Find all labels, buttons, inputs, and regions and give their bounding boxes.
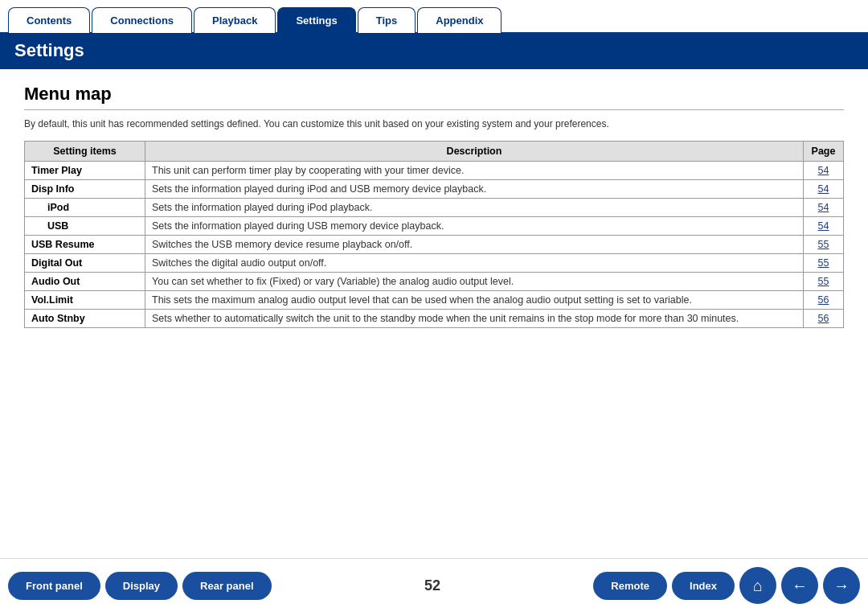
table-row: Timer Play This unit can perform timer p… [25,162,844,180]
main-content: Menu map By default, this unit has recom… [0,69,868,558]
setting-item-usb-resume: USB Resume [25,236,145,254]
col-header-description: Description [145,142,804,162]
rear-panel-button[interactable]: Rear panel [182,572,271,600]
index-button[interactable]: Index [672,572,735,600]
page-digital-out[interactable]: 55 [804,254,844,273]
table-row: Auto Stnby Sets whether to automatically… [25,310,844,328]
page-number: 52 [408,577,457,594]
setting-item-auto-stnby: Auto Stnby [25,310,145,328]
tab-connections[interactable]: Connections [92,7,192,33]
back-button[interactable]: ← [781,567,818,604]
setting-item-vol-limit: Vol.Limit [25,291,145,310]
desc-usb-resume: Switches the USB memory device resume pl… [145,236,804,254]
tab-settings[interactable]: Settings [277,7,355,33]
setting-item-disp-info: Disp Info [25,180,145,199]
tab-appendix[interactable]: Appendix [417,7,502,33]
table-row: Digital Out Switches the digital audio o… [25,254,844,273]
page-vol-limit[interactable]: 56 [804,291,844,310]
page-audio-out[interactable]: 55 [804,273,844,291]
forward-button[interactable]: → [823,567,860,604]
setting-item-usb: USB [25,217,145,236]
tab-contents[interactable]: Contents [8,7,90,33]
col-header-page: Page [804,142,844,162]
desc-timer-play: This unit can perform timer play by coop… [145,162,804,180]
setting-item-digital-out: Digital Out [25,254,145,273]
footer-left-buttons: Front panel Display Rear panel [8,572,272,600]
table-row: iPod Sets the information played during … [25,199,844,217]
table-row: USB Sets the information played during U… [25,217,844,236]
table-row: USB Resume Switches the USB memory devic… [25,236,844,254]
desc-disp-info: Sets the information played during iPod … [145,180,804,199]
desc-vol-limit: This sets the maximum analog audio outpu… [145,291,804,310]
table-row: Audio Out You can set whether to fix (Fi… [25,273,844,291]
forward-arrow-icon: → [833,577,850,595]
table-row: Disp Info Sets the information played du… [25,180,844,199]
desc-audio-out: You can set whether to fix (Fixed) or va… [145,273,804,291]
page-auto-stnby[interactable]: 56 [804,310,844,328]
page-disp-info[interactable]: 54 [804,180,844,199]
desc-auto-stnby: Sets whether to automatically switch the… [145,310,804,328]
table-row: Vol.Limit This sets the maximum analog a… [25,291,844,310]
setting-item-timer-play: Timer Play [25,162,145,180]
desc-digital-out: Switches the digital audio output on/off… [145,254,804,273]
menu-table: Setting items Description Page Timer Pla… [24,141,844,328]
remote-button[interactable]: Remote [593,572,667,600]
desc-ipod: Sets the information played during iPod … [145,199,804,217]
col-header-setting-items: Setting items [25,142,145,162]
home-icon: ⌂ [753,577,763,595]
setting-item-ipod: iPod [25,199,145,217]
tab-playback[interactable]: Playback [194,7,276,33]
page-title: Menu map [24,84,844,110]
header-bar: Settings [0,32,868,69]
tab-navigation: Contents Connections Playback Settings T… [0,0,868,32]
intro-text: By default, this unit has recommended se… [24,118,844,129]
front-panel-button[interactable]: Front panel [8,572,100,600]
footer-right-buttons: Remote Index ⌂ ← → [593,567,860,604]
page-usb[interactable]: 54 [804,217,844,236]
back-arrow-icon: ← [792,577,808,595]
display-button[interactable]: Display [105,572,178,600]
page-usb-resume[interactable]: 55 [804,236,844,254]
setting-item-audio-out: Audio Out [25,273,145,291]
desc-usb: Sets the information played during USB m… [145,217,804,236]
footer: Front panel Display Rear panel 52 Remote… [0,558,868,612]
page-timer-play[interactable]: 54 [804,162,844,180]
header-title: Settings [14,40,84,60]
tab-tips[interactable]: Tips [358,7,416,33]
home-button[interactable]: ⌂ [739,567,776,604]
page-ipod[interactable]: 54 [804,199,844,217]
